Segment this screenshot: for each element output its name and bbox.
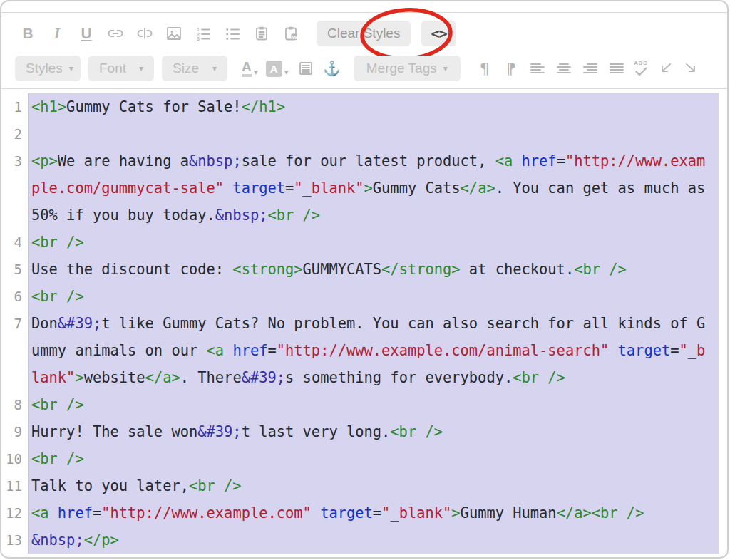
styles-dropdown[interactable]: Styles▾ [15,56,81,81]
token-text [609,342,617,359]
size-dropdown[interactable]: Size▾ [162,56,227,81]
line-number: 10 [1,445,29,472]
token-string: "_blank" [294,180,364,197]
token-entity: &nbsp; [189,152,242,170]
code-line[interactable]: 10<br /> [1,445,727,472]
code-line[interactable]: 6<br /> [1,283,727,310]
paste-icon[interactable] [252,24,271,43]
redo-icon[interactable] [682,58,701,78]
svg-text:W: W [292,34,298,41]
code-line[interactable]: 1<h1>Gummy Cats for Sale!</h1> [1,93,727,120]
image-icon[interactable] [165,24,183,43]
token-text: Talk to you later, [31,477,189,494]
token-text [224,342,232,359]
align-right-icon[interactable] [581,58,600,78]
bold-button[interactable]: B [19,24,37,43]
code-line[interactable]: 11Talk to you later,<br /> [1,472,727,499]
align-center-icon[interactable] [555,58,573,78]
unlink-icon[interactable] [135,24,154,43]
token-tag: <br /> [31,234,84,251]
code-line-content[interactable]: <a href="http://www.example.com" target=… [29,499,719,527]
chevron-down-icon: ▾ [284,67,289,77]
token-text: = [557,152,565,170]
code-line[interactable]: 12<a href="http://www.example.com" targe… [1,499,727,527]
token-text: . There [180,369,242,386]
token-tag: <a [207,342,225,359]
code-line-content[interactable]: <br /> [29,229,719,256]
token-tag: <p> [31,152,58,170]
paragraph-icon[interactable]: ¶ [475,58,494,78]
token-tag: <br /> [31,396,84,413]
line-number: 11 [1,472,29,499]
link-icon[interactable] [106,24,125,43]
token-text: = [670,342,679,359]
code-line-content[interactable]: <br /> [29,283,719,310]
toolbar-row-2: Styles▾ Font▾ Size▾ A ▾ A ▾ ⚓ Merge Tags… [15,54,701,83]
token-tag: </h1> [242,98,285,115]
code-line-content[interactable]: <br /> [29,445,719,472]
code-line-content[interactable]: <br /> [29,391,719,418]
token-tag: </a> [145,369,180,386]
token-tag: <br /> [592,504,644,522]
italic-button[interactable]: I [48,24,66,43]
line-number: 13 [1,527,29,554]
styles-dropdown-label: Styles [26,61,63,76]
token-text: We are having a [58,152,189,170]
code-line[interactable]: 3<p>We are having a&nbsp;sale for our la… [1,147,727,229]
source-code-button[interactable]: <> [421,21,456,46]
token-attr: href [58,504,93,522]
highlight-color-icon[interactable]: A ▾ [266,61,289,77]
code-line-content[interactable] [29,120,719,147]
text-color-icon[interactable]: A ▾ [242,60,258,77]
line-number: 2 [1,120,29,147]
token-text: = [93,504,101,522]
token-text: Don [31,315,58,332]
svg-text:3: 3 [197,36,200,41]
code-line-content[interactable]: Don&#39;t like Gummy Cats? No problem. Y… [29,310,719,391]
token-text: at checkout. [461,261,575,278]
token-text: Gummy Cats [373,180,461,197]
code-line[interactable]: 9Hurry! The sale won&#39;t last very lon… [1,418,727,445]
token-text [224,180,232,197]
code-line-content[interactable]: Talk to you later,<br /> [29,472,719,499]
merge-tags-dropdown[interactable]: Merge Tags▾ [354,56,461,81]
code-line[interactable]: 5Use the discount code: <strong>GUMMYCAT… [1,256,727,283]
paragraph-rtl-icon[interactable]: ¶ [502,58,520,78]
code-line[interactable]: 2 [1,120,727,147]
code-line-content[interactable]: &nbsp;</p> [29,527,719,554]
font-dropdown[interactable]: Font▾ [88,56,154,81]
token-attr: href [232,342,267,359]
spellcheck-icon[interactable]: ABC [634,61,648,76]
anchor-icon[interactable]: ⚓ [323,58,341,78]
paste-from-word-icon[interactable]: W [282,24,300,43]
token-tag: </strong> [381,261,461,278]
code-line-content[interactable]: Hurry! The sale won&#39;t last very long… [29,418,719,445]
code-line-content[interactable]: Use the discount code: <strong>GUMMYCATS… [29,256,719,283]
code-line[interactable]: 7Don&#39;t like Gummy Cats? No problem. … [1,310,727,391]
font-dropdown-label: Font [99,61,126,76]
ordered-list-icon[interactable]: 123 [194,24,212,43]
token-text: Use the discount code: [31,261,232,278]
token-tag: > [364,180,373,197]
clear-styles-button[interactable]: Clear Styles [317,21,411,46]
code-line[interactable]: 4<br /> [1,229,727,256]
highlight-color-label: A [266,61,282,77]
token-text: = [285,180,294,197]
underline-button[interactable]: U [77,24,96,43]
code-editor[interactable]: 1<h1>Gummy Cats for Sale!</h1>23<p>We ar… [1,89,727,554]
spellcheck-label: ABC [634,61,647,66]
code-line-content[interactable]: <h1>Gummy Cats for Sale!</h1> [29,93,719,120]
token-text: t last very long. [242,423,391,440]
code-line-content[interactable]: <p>We are having a&nbsp;sale for our lat… [29,147,719,229]
chevron-down-icon: ▾ [139,63,143,73]
merge-tags-label: Merge Tags [366,61,437,76]
unordered-list-icon[interactable] [223,24,242,43]
justify-icon[interactable] [607,58,626,78]
size-dropdown-label: Size [173,61,199,76]
code-line[interactable]: 8<br /> [1,391,727,418]
code-line[interactable]: 13&nbsp;</p> [1,527,727,554]
line-number: 5 [1,256,29,283]
undo-icon[interactable] [656,58,674,78]
align-left-icon[interactable] [528,58,547,78]
blockquote-icon[interactable] [297,58,315,78]
